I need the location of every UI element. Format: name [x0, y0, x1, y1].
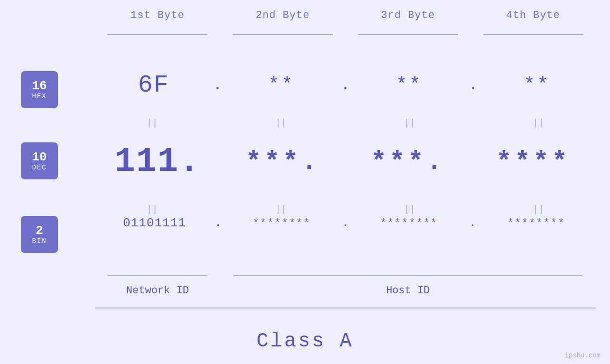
byte-header-1: 1st Byte [95, 9, 220, 21]
hex-dot-3: . [469, 77, 478, 93]
hex-value-4: ** [524, 75, 550, 96]
hex-cell-2: ** [223, 75, 340, 96]
dec-value-1: 111. [114, 142, 200, 181]
dec-cell-2: ***. [220, 147, 346, 177]
eq-hex-dec-1: || [95, 118, 209, 129]
dec-value-2: ***. [246, 147, 320, 177]
id-labels: Network ID Host ID [95, 285, 596, 297]
byte-header-4: 4th Byte [470, 9, 596, 21]
hex-value-1: 6F [138, 71, 169, 99]
bracket-1 [95, 34, 220, 35]
badge-bin-label: BIN [32, 237, 47, 245]
dec-cell-4: **** [470, 147, 596, 177]
bin-value-4: ******** [507, 217, 565, 229]
badge-bin-number: 2 [36, 224, 43, 238]
eq-hex-dec-2: || [224, 118, 338, 129]
badge-hex-number: 16 [32, 79, 47, 93]
main-container: 1st Byte 2nd Byte 3rd Byte 4th Byte 16 H… [0, 0, 610, 364]
dec-cell-3: ***. [346, 147, 471, 177]
bin-cell-3: ******** [349, 217, 469, 229]
network-id-label: Network ID [95, 285, 220, 297]
equals-row-dec-bin: || || || || [95, 204, 596, 215]
dec-value-4: **** [496, 147, 570, 177]
bracket-4 [470, 34, 596, 35]
equals-row-hex-dec: || || || || [95, 118, 596, 129]
eq-dec-bin-2: || [224, 204, 338, 215]
hex-cell-1: 6F [95, 71, 212, 99]
bin-dot-3: . [469, 217, 476, 229]
eq-dec-bin-4: || [481, 204, 596, 215]
bracket-line-1 [107, 34, 207, 35]
bin-cell-2: ******** [222, 217, 341, 229]
bin-value-1: 01101111 [123, 216, 186, 230]
bin-dot-2: . [342, 217, 348, 229]
dec-row: 111. ***. ***. **** [95, 142, 596, 181]
byte-headers: 1st Byte 2nd Byte 3rd Byte 4th Byte [95, 9, 596, 21]
badge-dec-label: DEC [32, 164, 47, 171]
bin-cell-1: 01101111 [95, 216, 214, 230]
badge-dec-number: 10 [32, 150, 47, 164]
badge-dec: 10 DEC [21, 142, 58, 179]
badge-bin: 2 BIN [21, 216, 58, 253]
bracket-line-4 [483, 34, 583, 35]
bracket-line-3 [358, 34, 458, 35]
class-label: Class A [0, 330, 610, 353]
hex-cell-3: ** [351, 75, 468, 96]
hex-dot-2: . [341, 77, 349, 93]
badge-hex-label: HEX [32, 93, 47, 100]
bracket-2 [220, 34, 346, 35]
hex-row: 6F . ** . ** . ** [95, 71, 596, 99]
hex-value-3: ** [396, 75, 422, 96]
overall-bracket [95, 308, 596, 308]
byte-header-2: 2nd Byte [220, 9, 346, 21]
host-id-label: Host ID [220, 285, 596, 297]
bin-row: 01101111 . ******** . ******** . *******… [95, 216, 596, 230]
bin-value-2: ******** [253, 217, 311, 229]
eq-dec-bin-1: || [95, 204, 209, 215]
bottom-bracket-line-host [233, 275, 582, 276]
hex-value-2: ** [268, 75, 295, 96]
bottom-bracket-network [95, 275, 220, 276]
hex-dot-1: . [213, 77, 222, 93]
bottom-bracket-line-network [107, 275, 207, 276]
bracket-3 [346, 34, 471, 35]
eq-dec-bin-3: || [353, 204, 467, 215]
bracket-line-2 [233, 34, 333, 35]
eq-hex-dec-4: || [481, 118, 596, 129]
eq-hex-dec-3: || [353, 118, 467, 129]
bottom-bracket-host [220, 275, 596, 276]
dec-cell-1: 111. [95, 142, 220, 181]
badge-hex: 16 HEX [21, 71, 58, 108]
bottom-brackets [95, 275, 596, 276]
hex-cell-4: ** [479, 75, 596, 96]
dec-value-3: ***. [371, 147, 445, 177]
top-brackets [95, 34, 596, 35]
byte-header-3: 3rd Byte [346, 9, 471, 21]
bin-cell-4: ******** [477, 217, 596, 229]
watermark: ipshu.com [564, 352, 601, 359]
bin-value-3: ******** [380, 217, 438, 229]
bin-dot-1: . [215, 217, 221, 229]
